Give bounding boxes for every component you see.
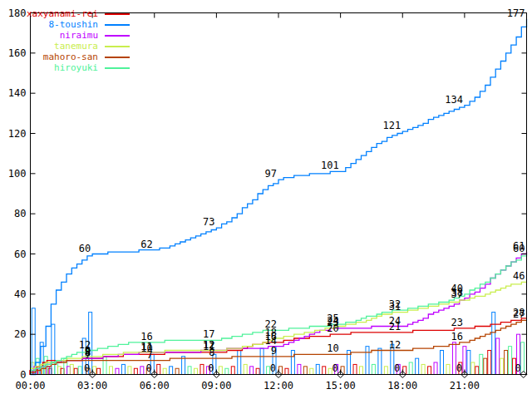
impulse-bar [316,364,319,374]
impulse-bar [200,364,204,374]
impulse-bar [441,351,444,375]
impulse-bar [467,351,470,375]
cumulative-count-chart: 0000000081011162021232860627397101121134… [0,0,532,399]
impulse-bar [496,338,500,375]
value-label-xaxyanami-rei: 23 [451,317,462,328]
legend-line-sample [105,24,130,26]
legend-item-xaxyanami-rei: xaxyanami-rei [25,8,130,19]
impulse-bar [366,347,369,375]
value-label-hiroyuki: 60 [513,243,525,254]
impulse-bar [353,364,357,374]
impulse-bar [157,364,160,374]
impulse-bar [492,313,495,375]
x-tick-label: 18:00 [387,380,417,392]
value-label-hiroyuki: 12 [79,339,91,351]
impulse-bar [97,368,101,374]
impulse-bar [244,364,247,374]
impulse-bar [484,358,487,374]
y-tick-label: 140 [8,87,27,99]
impulse-bar [475,367,479,375]
value-label-hiroyuki: 40 [451,283,462,294]
impulse-bar [505,351,508,375]
zero-value-label: 0 [456,362,462,374]
y-tick-label: 180 [8,7,27,19]
value-label-hiroyuki: 32 [389,298,401,310]
legend-line-sample [105,57,130,58]
impulse-bar [32,308,35,375]
value-label-mahoro-san: 16 [451,331,462,342]
legend-item-tanemura: tanemura [25,41,130,52]
impulse-bar [231,367,234,375]
y-tick-label: 120 [8,128,27,140]
value-label-mahoro-san: 27 [513,308,525,320]
zero-value-label: 0 [146,362,152,374]
impulse-bar [170,367,173,375]
zero-value-label: 0 [84,362,90,374]
value-label-tanemura: 46 [513,270,525,282]
value-label-8-toushin: 62 [140,239,152,250]
legend-label: xaxyanami-rei [25,8,98,19]
y-tick-label: 80 [14,208,26,219]
impulse-bar [310,368,313,374]
x-tick-label: 12:00 [264,380,293,392]
y-tick-label: 0 [20,369,26,381]
value-label-mahoro-san: 9 [271,345,277,357]
impulse-bar [323,367,326,375]
impulse-bar [256,368,259,374]
impulse-bar [225,368,229,374]
legend-item-hiroyuki: hiroyuki [25,62,130,73]
value-label-hiroyuki: 22 [265,318,277,330]
legend-label: tanemura [25,41,98,52]
zero-value-label: 0 [270,362,276,374]
value-label-8-toushin: 121 [383,120,401,131]
legend-line-sample [105,35,130,37]
legend-item-niraimu: niraimu [25,30,130,41]
value-label-mahoro-san: 12 [389,339,401,351]
impulse-bar [116,368,119,374]
zero-value-label: 0 [515,362,521,374]
value-label-niraimu: 24 [389,315,401,327]
impulse-bar [378,348,382,374]
impulse-bar [195,368,198,374]
y-tick-label: 60 [14,249,26,260]
impulse-bar [163,368,166,374]
impulse-bar [250,367,254,375]
x-tick-label: 15:00 [326,380,356,392]
impulse-bar [74,368,77,374]
impulse-bar [285,368,288,374]
legend-line-sample [105,46,130,47]
legend-label: niraimu [25,30,98,41]
impulse-bar [434,362,437,375]
impulse-bar [182,357,185,375]
value-label-mahoro-san: 10 [327,342,338,354]
impulse-bar [521,342,525,375]
x-tick-label: 09:00 [201,380,231,392]
impulse-bar [372,364,375,374]
value-label-8-toushin: 101 [321,160,339,171]
impulse-bar [416,358,419,374]
impulse-bar [78,367,81,375]
impulse-bar [428,367,431,375]
impulse-bar [103,357,106,375]
value-label-hiroyuki: 25 [327,313,338,324]
zero-value-label: 0 [394,362,400,374]
legend-item-mahoro-san: mahoro-san [25,52,130,62]
value-label-mahoro-san: 8 [209,347,214,358]
impulse-bar [134,368,137,374]
impulse-bar [260,348,264,374]
value-label-mahoro-san: 7 [85,349,91,361]
x-tick-label: 21:00 [450,380,480,392]
value-label-hiroyuki: 16 [140,331,152,342]
impulse-bar [219,367,222,375]
legend-label: 8-toushin [25,19,98,30]
chart-legend: xaxyanami-rei 8-toushin niraimu tanemura… [25,8,130,73]
impulse-bar [480,354,483,374]
y-tick-label: 40 [14,288,26,300]
value-label-hiroyuki: 17 [203,328,214,340]
impulse-bar [128,367,131,375]
y-tick-label: 20 [14,328,26,340]
impulse-bar [360,367,363,375]
impulse-bar [384,367,387,375]
zero-value-label: 0 [208,362,214,374]
x-tick-label: 03:00 [77,380,107,392]
